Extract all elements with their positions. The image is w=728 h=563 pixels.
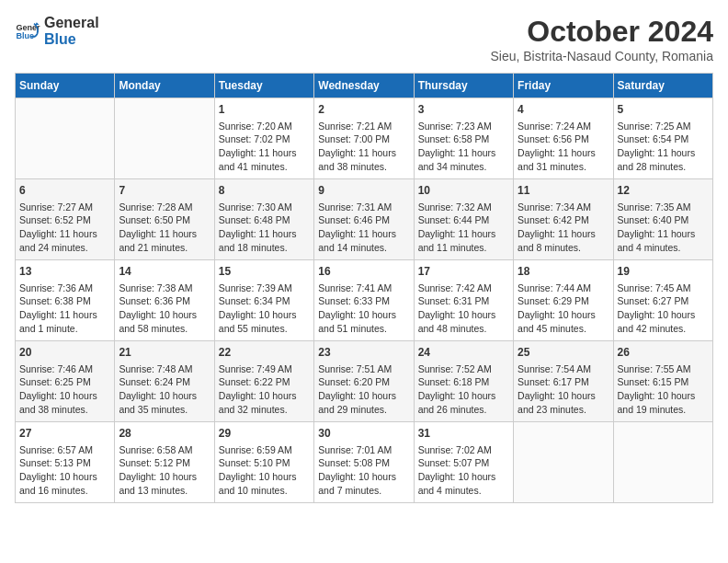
- day-number: 4: [518, 102, 609, 118]
- calendar-cell: 2Sunrise: 7:21 AMSunset: 7:00 PMDaylight…: [314, 98, 414, 179]
- calendar-cell: 25Sunrise: 7:54 AMSunset: 6:17 PMDayligh…: [514, 341, 613, 422]
- calendar-cell: 27Sunrise: 6:57 AMSunset: 5:13 PMDayligh…: [16, 422, 115, 503]
- header-day-tuesday: Tuesday: [214, 74, 313, 98]
- day-info-line: Daylight: 10 hours and 45 minutes.: [518, 308, 609, 335]
- day-number: 27: [19, 426, 110, 442]
- calendar-cell: 6Sunrise: 7:27 AMSunset: 6:52 PMDaylight…: [16, 179, 115, 260]
- day-info-line: Sunrise: 7:30 AM: [219, 201, 310, 214]
- day-info-line: Sunset: 6:40 PM: [618, 213, 709, 227]
- header-day-friday: Friday: [514, 74, 613, 98]
- calendar-cell: 1Sunrise: 7:20 AMSunset: 7:02 PMDaylight…: [214, 98, 313, 179]
- calendar-table: SundayMondayTuesdayWednesdayThursdayFrid…: [15, 73, 713, 503]
- day-info-line: Sunset: 6:17 PM: [518, 375, 609, 389]
- calendar-cell: 31Sunrise: 7:02 AMSunset: 5:07 PMDayligh…: [414, 422, 513, 503]
- day-info-line: Sunset: 5:08 PM: [318, 456, 409, 470]
- day-number: 3: [418, 102, 509, 118]
- calendar-cell: 17Sunrise: 7:42 AMSunset: 6:31 PMDayligh…: [414, 260, 513, 341]
- day-info-line: Daylight: 10 hours and 26 minutes.: [418, 389, 509, 416]
- day-number: 16: [318, 264, 409, 280]
- day-info-line: Sunrise: 7:28 AM: [119, 201, 210, 214]
- day-info-line: Sunrise: 7:27 AM: [19, 201, 110, 214]
- day-info-line: Sunrise: 7:49 AM: [219, 362, 310, 376]
- logo-general: General: [44, 15, 99, 31]
- header-day-monday: Monday: [115, 74, 214, 98]
- day-info-line: Sunrise: 7:35 AM: [618, 201, 709, 214]
- day-info-line: Daylight: 11 hours and 14 minutes.: [318, 227, 409, 254]
- day-info-line: Sunset: 6:29 PM: [518, 294, 609, 308]
- day-info-line: Sunrise: 7:48 AM: [119, 362, 210, 376]
- calendar-cell: 4Sunrise: 7:24 AMSunset: 6:56 PMDaylight…: [514, 98, 613, 179]
- day-info-line: Sunset: 6:38 PM: [19, 294, 110, 308]
- day-info-line: Sunrise: 7:52 AM: [418, 362, 509, 376]
- day-info-line: Sunset: 6:44 PM: [418, 213, 509, 227]
- calendar-cell: 24Sunrise: 7:52 AMSunset: 6:18 PMDayligh…: [414, 341, 513, 422]
- day-info-line: Sunset: 6:48 PM: [219, 213, 310, 227]
- calendar-cell: 19Sunrise: 7:45 AMSunset: 6:27 PMDayligh…: [613, 260, 712, 341]
- day-info-line: Daylight: 10 hours and 16 minutes.: [19, 470, 110, 497]
- day-info-line: Sunset: 6:25 PM: [19, 375, 110, 389]
- day-number: 1: [219, 102, 310, 118]
- day-info-line: Daylight: 10 hours and 10 minutes.: [219, 470, 310, 497]
- title-block: October 2024 Sieu, Bistrita-Nasaud Count…: [490, 15, 713, 63]
- calendar-header-row: SundayMondayTuesdayWednesdayThursdayFrid…: [16, 74, 713, 98]
- day-info-line: Sunset: 5:07 PM: [418, 456, 509, 470]
- day-number: 17: [418, 264, 509, 280]
- day-info-line: Sunset: 6:24 PM: [119, 375, 210, 389]
- day-info-line: Daylight: 10 hours and 42 minutes.: [618, 308, 709, 335]
- header-day-thursday: Thursday: [414, 74, 513, 98]
- day-info-line: Sunrise: 7:44 AM: [518, 282, 609, 295]
- day-info-line: Sunrise: 7:55 AM: [618, 362, 709, 376]
- header-day-saturday: Saturday: [613, 74, 712, 98]
- day-info-line: Daylight: 10 hours and 48 minutes.: [418, 308, 509, 335]
- day-info-line: Daylight: 11 hours and 41 minutes.: [219, 146, 310, 173]
- day-info-line: Sunrise: 7:34 AM: [518, 201, 609, 214]
- day-number: 13: [19, 264, 110, 280]
- calendar-week-row: 20Sunrise: 7:46 AMSunset: 6:25 PMDayligh…: [16, 341, 713, 422]
- day-info-line: Sunset: 7:02 PM: [219, 132, 310, 146]
- day-number: 15: [219, 264, 310, 280]
- day-number: 31: [418, 426, 509, 442]
- day-number: 7: [119, 183, 210, 199]
- day-info-line: Sunrise: 6:59 AM: [219, 443, 310, 457]
- logo: General Blue General Blue: [15, 15, 99, 49]
- day-info-line: Daylight: 11 hours and 8 minutes.: [518, 227, 609, 254]
- day-info-line: Daylight: 10 hours and 55 minutes.: [219, 308, 310, 335]
- calendar-subtitle: Sieu, Bistrita-Nasaud County, Romania: [490, 49, 713, 63]
- day-number: 21: [119, 345, 210, 361]
- calendar-cell: 7Sunrise: 7:28 AMSunset: 6:50 PMDaylight…: [115, 179, 214, 260]
- day-number: 18: [518, 264, 609, 280]
- day-number: 6: [19, 183, 110, 199]
- calendar-cell: [115, 98, 214, 179]
- day-info-line: Sunset: 6:33 PM: [318, 294, 409, 308]
- calendar-week-row: 13Sunrise: 7:36 AMSunset: 6:38 PMDayligh…: [16, 260, 713, 341]
- day-info-line: Sunrise: 7:41 AM: [318, 282, 409, 295]
- day-info-line: Daylight: 11 hours and 34 minutes.: [418, 146, 509, 173]
- day-number: 24: [418, 345, 509, 361]
- day-info-line: Sunset: 5:13 PM: [19, 456, 110, 470]
- calendar-cell: 21Sunrise: 7:48 AMSunset: 6:24 PMDayligh…: [115, 341, 214, 422]
- day-info-line: Sunrise: 7:31 AM: [318, 201, 409, 214]
- day-info-line: Sunset: 6:52 PM: [19, 213, 110, 227]
- day-info-line: Daylight: 10 hours and 23 minutes.: [518, 389, 609, 416]
- day-number: 22: [219, 345, 310, 361]
- day-info-line: Daylight: 10 hours and 32 minutes.: [219, 389, 310, 416]
- day-info-line: Daylight: 11 hours and 24 minutes.: [19, 227, 110, 254]
- day-info-line: Sunrise: 7:02 AM: [418, 443, 509, 457]
- svg-text:Blue: Blue: [16, 32, 34, 41]
- day-info-line: Sunset: 6:15 PM: [618, 375, 709, 389]
- calendar-cell: 3Sunrise: 7:23 AMSunset: 6:58 PMDaylight…: [414, 98, 513, 179]
- calendar-cell: [514, 422, 613, 503]
- day-info-line: Sunrise: 7:21 AM: [318, 120, 409, 133]
- calendar-cell: 28Sunrise: 6:58 AMSunset: 5:12 PMDayligh…: [115, 422, 214, 503]
- calendar-cell: 12Sunrise: 7:35 AMSunset: 6:40 PMDayligh…: [613, 179, 712, 260]
- day-info-line: Sunset: 6:36 PM: [119, 294, 210, 308]
- header-day-sunday: Sunday: [16, 74, 115, 98]
- calendar-week-row: 27Sunrise: 6:57 AMSunset: 5:13 PMDayligh…: [16, 422, 713, 503]
- calendar-cell: 8Sunrise: 7:30 AMSunset: 6:48 PMDaylight…: [214, 179, 313, 260]
- day-info-line: Sunset: 6:50 PM: [119, 213, 210, 227]
- calendar-cell: 29Sunrise: 6:59 AMSunset: 5:10 PMDayligh…: [214, 422, 313, 503]
- day-info-line: Daylight: 10 hours and 19 minutes.: [618, 389, 709, 416]
- day-info-line: Daylight: 11 hours and 21 minutes.: [119, 227, 210, 254]
- day-info-line: Daylight: 11 hours and 28 minutes.: [618, 146, 709, 173]
- day-number: 2: [318, 102, 409, 118]
